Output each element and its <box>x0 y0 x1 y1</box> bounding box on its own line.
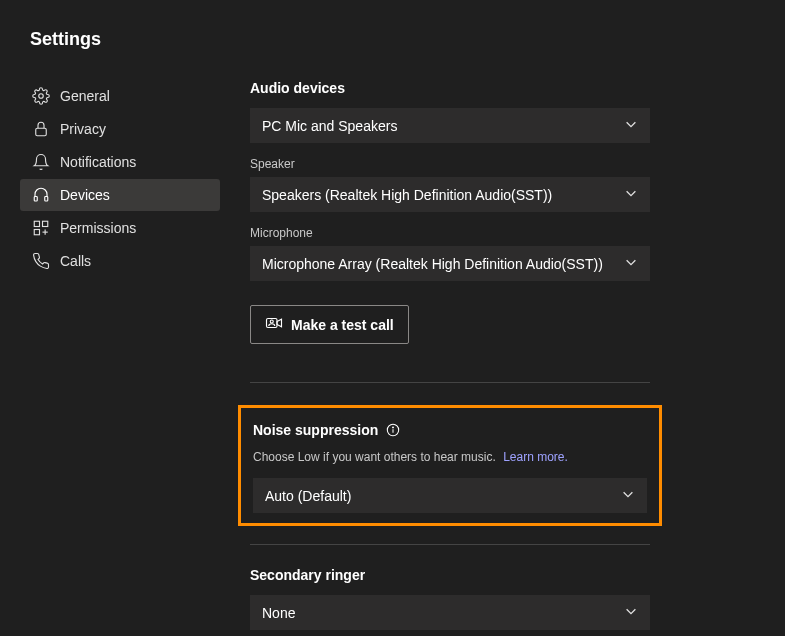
sidebar-item-general[interactable]: General <box>20 80 220 112</box>
select-value: Microphone Array (Realtek High Definitio… <box>262 256 603 272</box>
chevron-down-icon <box>624 117 638 134</box>
select-value: PC Mic and Speakers <box>262 118 397 134</box>
button-label: Make a test call <box>291 317 394 333</box>
sidebar-item-label: Permissions <box>60 220 136 236</box>
select-value: None <box>262 605 295 621</box>
sidebar-item-label: Notifications <box>60 154 136 170</box>
svg-rect-7 <box>43 221 48 226</box>
noise-help-text: Choose Low if you want others to hear mu… <box>253 450 496 464</box>
microphone-select[interactable]: Microphone Array (Realtek High Definitio… <box>250 246 650 281</box>
speaker-select[interactable]: Speakers (Realtek High Definition Audio(… <box>250 177 650 212</box>
chevron-down-icon <box>621 487 635 504</box>
svg-point-13 <box>270 320 273 323</box>
info-icon[interactable] <box>386 423 400 437</box>
chevron-down-icon <box>624 186 638 203</box>
bell-icon <box>32 153 50 171</box>
make-test-call-button[interactable]: Make a test call <box>250 305 409 344</box>
svg-rect-8 <box>34 230 39 235</box>
sidebar-item-permissions[interactable]: Permissions <box>20 212 220 244</box>
secondary-ringer-heading: Secondary ringer <box>250 567 755 583</box>
microphone-label: Microphone <box>250 226 755 240</box>
speaker-label: Speaker <box>250 157 755 171</box>
headset-icon <box>32 186 50 204</box>
sidebar-item-privacy[interactable]: Privacy <box>20 113 220 145</box>
divider <box>250 544 650 545</box>
noise-suppression-heading: Noise suppression <box>253 422 378 438</box>
apps-icon <box>32 219 50 237</box>
chevron-down-icon <box>624 255 638 272</box>
svg-rect-3 <box>36 128 47 136</box>
chevron-down-icon <box>624 604 638 621</box>
secondary-ringer-select[interactable]: None <box>250 595 650 630</box>
phone-icon <box>32 252 50 270</box>
svg-rect-6 <box>34 221 39 226</box>
select-value: Speakers (Realtek High Definition Audio(… <box>262 187 552 203</box>
audio-device-select[interactable]: PC Mic and Speakers <box>250 108 650 143</box>
noise-suppression-highlight: Noise suppression Choose Low if you want… <box>238 405 662 526</box>
main-content: Audio devices PC Mic and Speakers Speake… <box>250 70 785 636</box>
sidebar-item-devices[interactable]: Devices <box>20 179 220 211</box>
lock-icon <box>32 120 50 138</box>
noise-suppression-select[interactable]: Auto (Default) <box>253 478 647 513</box>
svg-point-2 <box>39 94 44 99</box>
sidebar-item-calls[interactable]: Calls <box>20 245 220 277</box>
sidebar-item-label: Calls <box>60 253 91 269</box>
divider <box>250 382 650 383</box>
camera-person-icon <box>265 314 283 335</box>
svg-rect-4 <box>34 197 37 202</box>
sidebar-item-label: Privacy <box>60 121 106 137</box>
svg-rect-5 <box>45 197 48 202</box>
sidebar: General Privacy Notifications Devices Pe <box>20 70 220 636</box>
audio-devices-heading: Audio devices <box>250 80 755 96</box>
svg-point-16 <box>393 427 394 428</box>
select-value: Auto (Default) <box>265 488 351 504</box>
svg-marker-12 <box>277 319 282 327</box>
close-icon[interactable] <box>747 26 755 52</box>
page-title: Settings <box>30 29 101 50</box>
sidebar-item-label: Devices <box>60 187 110 203</box>
sidebar-item-label: General <box>60 88 110 104</box>
learn-more-link[interactable]: Learn more. <box>503 450 568 464</box>
gear-icon <box>32 87 50 105</box>
sidebar-item-notifications[interactable]: Notifications <box>20 146 220 178</box>
